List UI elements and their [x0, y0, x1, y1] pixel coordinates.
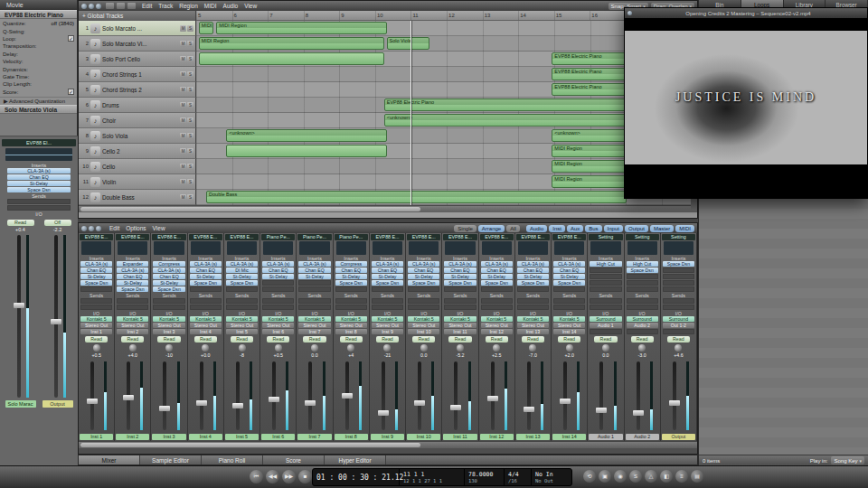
insert-slot[interactable]: CLA-3A (s) — [262, 261, 294, 267]
send-slot[interactable] — [117, 305, 148, 310]
fader-cap[interactable] — [159, 406, 170, 411]
io-slot[interactable]: Inst 5 — [226, 329, 258, 334]
insert-slot[interactable]: DI Mic — [226, 267, 258, 273]
channel-label[interactable]: Audio 1 — [589, 434, 622, 440]
insert-slot[interactable] — [627, 280, 658, 286]
insert-slot[interactable]: Space Dsn — [444, 280, 476, 286]
io-slot[interactable]: Inst 4 — [190, 329, 222, 334]
solo-button[interactable]: S — [187, 25, 193, 32]
channel-label[interactable]: Inst 2 — [116, 434, 149, 440]
track-header[interactable]: 1♪Solo Marcato ...MS — [79, 21, 196, 36]
eq-display[interactable] — [554, 241, 584, 255]
insert-slot[interactable]: Expander — [117, 261, 148, 267]
insert-slot[interactable]: Chan EQ — [117, 274, 148, 279]
midi-region[interactable]: MIDI Region — [216, 22, 386, 34]
io-slot[interactable]: Stereo Out — [153, 323, 184, 328]
midi-region[interactable] — [226, 145, 386, 157]
mute-button[interactable]: M — [180, 56, 186, 62]
master-level-button[interactable]: ◧ — [660, 470, 673, 483]
solo-button[interactable]: S — [187, 148, 193, 155]
mute-button[interactable]: M — [180, 179, 186, 185]
channel-label[interactable]: Inst 7 — [297, 434, 331, 440]
pan-knob[interactable] — [457, 344, 464, 352]
send-slot[interactable] — [226, 298, 258, 304]
insert-slot[interactable] — [590, 267, 621, 273]
insert-slot[interactable]: St-Delay — [298, 274, 330, 279]
io-slot[interactable] — [627, 329, 658, 334]
insert-slot[interactable]: High Cut — [590, 261, 621, 267]
channel-setting-name[interactable]: EVP88 E... — [371, 234, 404, 240]
io-slot[interactable]: Stereo Out — [481, 323, 513, 328]
midi-region[interactable]: EVP88 Electric Piano — [552, 83, 629, 96]
mute-button[interactable]: M — [180, 71, 186, 78]
fader-cap[interactable] — [450, 405, 461, 410]
send-slot[interactable] — [7, 199, 71, 204]
eq-display[interactable] — [227, 241, 257, 255]
menu-edit[interactable]: Edit — [109, 225, 119, 231]
io-slot[interactable]: Kontakt 5 — [553, 316, 585, 322]
channel-label[interactable]: Output — [662, 434, 695, 440]
insert-slot[interactable]: Chan EQ — [262, 267, 294, 273]
track-lane[interactable]: MIDI Region — [196, 159, 697, 174]
insert-slot[interactable]: CLA-3A (s) — [372, 261, 403, 267]
channel-label[interactable]: Inst 9 — [371, 434, 404, 440]
io-slot[interactable]: Kontakt 5 — [80, 316, 112, 322]
pan-knob[interactable] — [347, 344, 354, 352]
channel-setting-name[interactable]: Piano Pe... — [297, 234, 331, 240]
send-slot[interactable] — [372, 298, 403, 304]
insert-slot[interactable] — [627, 286, 658, 292]
volume-fader[interactable] — [563, 361, 567, 430]
channel-label[interactable]: Inst 8 — [335, 434, 368, 440]
insert-slot[interactable]: St-Delay — [226, 274, 258, 279]
channel-setting-name[interactable]: Setting — [589, 234, 622, 240]
channel-setting-name[interactable]: EVP88 E... — [189, 234, 222, 240]
insert-slot[interactable]: St-Delay — [153, 280, 184, 286]
midi-region[interactable]: MIDI Region — [552, 175, 629, 188]
io-slot[interactable]: Kontakt 5 — [517, 316, 549, 322]
pan-knob[interactable] — [420, 344, 428, 352]
insert-slot[interactable]: High Cut — [627, 261, 658, 267]
lcd-time-section[interactable]: 01 : 00 : 30 : 21.12 — [313, 469, 400, 485]
fader-track[interactable] — [17, 235, 21, 398]
eq-display[interactable] — [154, 241, 184, 255]
insert-slot[interactable] — [481, 286, 513, 292]
global-tracks-header[interactable]: + Global Tracks — [79, 11, 196, 21]
inspector-param-row[interactable]: Delay: — [0, 51, 77, 58]
channel-label[interactable]: Solo Marac — [5, 400, 36, 408]
send-slot[interactable] — [627, 305, 658, 310]
insert-slot[interactable]: St-Delay — [117, 280, 148, 286]
insert-slot[interactable]: CLA-3A (s) — [153, 267, 184, 273]
param-checkbox[interactable]: ✓ — [68, 35, 74, 42]
io-slot[interactable]: Inst 8 — [335, 329, 367, 334]
send-slot[interactable] — [481, 305, 513, 310]
pan-knob[interactable] — [239, 344, 246, 352]
io-slot[interactable] — [590, 329, 621, 334]
pan-knob[interactable] — [165, 344, 173, 352]
io-slot[interactable]: Stereo Out — [553, 323, 585, 328]
insert-slot[interactable]: Space Dsn — [481, 280, 513, 286]
playhead[interactable] — [410, 21, 411, 205]
filter-button-inst[interactable]: Inst — [549, 225, 565, 232]
fader-cap[interactable] — [305, 400, 316, 406]
track-header[interactable]: 3♪Solo Port CelloMS — [79, 52, 196, 67]
insert-slot[interactable] — [553, 286, 585, 292]
insert-slot[interactable]: Chan EQ — [335, 267, 367, 273]
solo-button[interactable]: S — [187, 56, 193, 62]
send-slot[interactable] — [372, 305, 403, 310]
automation-read-button[interactable]: Read — [194, 336, 217, 343]
insert-slot[interactable]: Chan EQ — [517, 267, 549, 273]
volume-fader[interactable] — [382, 361, 385, 430]
channel-setting-name[interactable]: EVP88 E... — [552, 234, 586, 240]
volume-fader[interactable] — [491, 361, 495, 430]
fader-cap[interactable] — [51, 319, 61, 324]
insert-slot[interactable]: Space Dsn — [153, 286, 184, 292]
lcd-position-section[interactable]: 11 1 1 12 1 1 27 1 1 — [400, 469, 465, 485]
pan-knob[interactable] — [602, 344, 609, 352]
track-lane[interactable]: EVP88 Electric Piano — [196, 67, 697, 82]
midi-region[interactable] — [199, 52, 384, 65]
solo-button[interactable]: S — [187, 164, 193, 170]
filter-button-midi[interactable]: MIDI — [675, 225, 694, 232]
menu-midi[interactable]: MIDI — [204, 3, 217, 9]
insert-slot[interactable] — [590, 286, 621, 292]
track-header[interactable]: 5♪Chord Strings 2MS — [79, 82, 196, 98]
